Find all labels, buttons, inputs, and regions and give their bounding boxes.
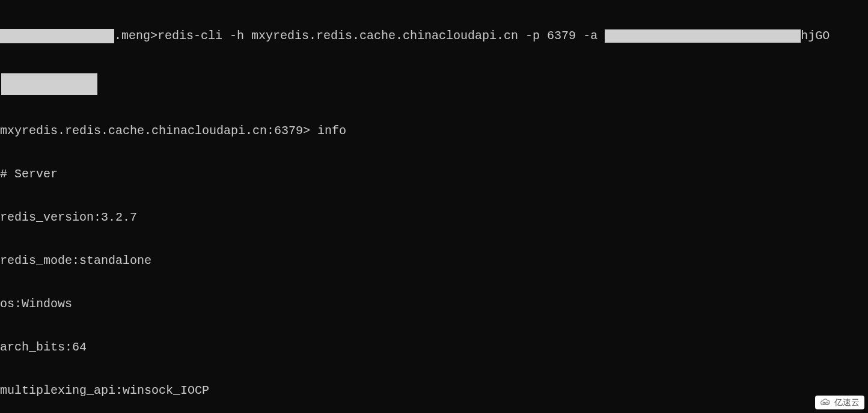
- terminal-line: arch_bits:64: [0, 340, 868, 355]
- terminal-line: mxyredis.redis.cache.chinacloudapi.cn:63…: [0, 124, 868, 138]
- svg-point-1: [826, 402, 828, 404]
- censored-row: [0, 72, 868, 95]
- terminal-line: redis_version:3.2.7: [0, 210, 868, 225]
- svg-point-0: [823, 402, 825, 404]
- watermark-badge: 亿速云: [815, 396, 864, 409]
- cloud-icon: [820, 399, 832, 407]
- censored-block: [605, 29, 801, 43]
- terminal-output[interactable]: .meng>redis-cli -h mxyredis.redis.cache.…: [0, 0, 868, 413]
- watermark-text: 亿速云: [834, 397, 860, 408]
- censored-block: [1, 73, 97, 95]
- command-text-suffix: hjGO: [801, 29, 830, 43]
- terminal-line: redis_mode:standalone: [0, 254, 868, 268]
- terminal-line: os:Windows: [0, 297, 868, 311]
- terminal-line: multiplexing_api:winsock_IOCP: [0, 384, 868, 398]
- command-line-row: .meng>redis-cli -h mxyredis.redis.cache.…: [0, 29, 868, 43]
- command-text-part1: .meng>redis-cli -h mxyredis.redis.cache.…: [114, 29, 605, 43]
- censored-block: [0, 29, 114, 43]
- terminal-line: # Server: [0, 167, 868, 182]
